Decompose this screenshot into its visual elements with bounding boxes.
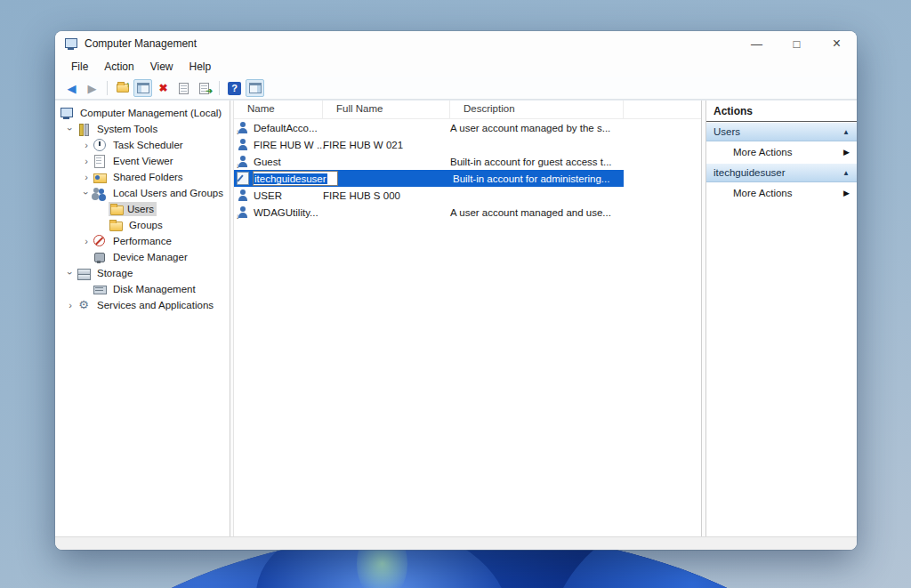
menu-action[interactable]: Action <box>96 58 141 76</box>
actions-pane-title: Actions <box>706 101 857 122</box>
list-header: Name Full Name Description <box>234 101 701 119</box>
computer-management-window: Computer Management — □ × File Action Vi… <box>55 31 857 550</box>
collapse-icon[interactable]: ▲ <box>842 169 850 177</box>
menu-help[interactable]: Help <box>181 58 220 76</box>
export-arrow-icon: ➔ <box>206 86 213 95</box>
properties-icon[interactable] <box>174 79 193 97</box>
tree-selection-highlight: Users <box>109 202 157 216</box>
user-row-guest[interactable]: ↓ Guest Built-in account for guest acces… <box>234 153 701 170</box>
toolbar-separator <box>107 81 108 95</box>
shared-folders-icon <box>93 171 107 183</box>
user-row-wdagutility[interactable]: ↓ WDAGUtility... A user account managed … <box>234 204 701 221</box>
column-header-name[interactable]: Name <box>234 101 323 118</box>
user-account-icon <box>237 139 251 151</box>
close-button[interactable]: × <box>817 31 857 56</box>
console-tree-pane: Computer Management (Local) System Tools… <box>55 101 230 536</box>
show-action-pane-icon[interactable] <box>246 79 264 97</box>
tree-item-performance[interactable]: Performance <box>55 233 230 249</box>
show-console-tree-icon[interactable] <box>133 79 152 97</box>
chevron-right-icon[interactable] <box>80 140 93 150</box>
more-actions-users[interactable]: More Actions ▶ <box>706 141 857 163</box>
export-list-icon[interactable]: ➔ <box>195 79 214 97</box>
toolbar: ◀ ▶ ↑ ✖ ➔ ? <box>55 77 857 100</box>
task-scheduler-icon <box>93 139 107 151</box>
disabled-arrow-icon: ↓ <box>236 213 239 221</box>
event-viewer-icon <box>93 155 107 167</box>
up-arrow-icon: ↑ <box>126 80 131 89</box>
disabled-arrow-icon: ↓ <box>236 163 239 170</box>
groups-folder-icon <box>109 219 123 231</box>
tree-item-users[interactable]: Users <box>55 201 230 217</box>
user-row-fire-hub-w[interactable]: FIRE HUB W ... FIRE HUB W 021 <box>234 136 701 153</box>
collapse-icon[interactable]: ▲ <box>842 128 850 136</box>
submenu-arrow-icon: ▶ <box>843 189 850 197</box>
actions-pane: Actions Users ▲ More Actions ▶ itechguid… <box>705 101 857 536</box>
user-account-icon <box>237 189 251 202</box>
tree-item-system-tools[interactable]: System Tools <box>55 121 230 137</box>
minimize-button[interactable]: — <box>737 31 777 56</box>
tree-item-task-scheduler[interactable]: Task Scheduler <box>55 137 230 153</box>
tree-item-services-and-applications[interactable]: ⚙ Services and Applications <box>55 297 230 313</box>
toolbar-separator <box>219 81 220 95</box>
system-tools-icon <box>77 123 91 135</box>
column-header-description[interactable]: Description <box>450 101 624 118</box>
chevron-right-icon[interactable] <box>64 300 77 310</box>
submenu-arrow-icon: ▶ <box>843 148 850 157</box>
title-bar[interactable]: Computer Management — □ × <box>55 31 857 56</box>
computer-icon <box>60 107 74 119</box>
tree-item-device-manager[interactable]: Device Manager <box>55 249 230 265</box>
tree-item-event-viewer[interactable]: Event Viewer <box>55 153 230 169</box>
chevron-right-icon[interactable] <box>80 156 93 166</box>
maximize-button[interactable]: □ <box>777 31 817 56</box>
tree-item-storage[interactable]: Storage <box>55 265 230 281</box>
rename-selected-text: itechguidesuser <box>254 173 327 184</box>
users-folder-icon <box>109 203 124 215</box>
more-actions-itechguidesuser[interactable]: More Actions ▶ <box>706 182 857 204</box>
tree-item-groups[interactable]: Groups <box>55 217 230 233</box>
app-icon <box>64 37 78 50</box>
chevron-down-icon[interactable] <box>64 268 77 278</box>
services-icon: ⚙ <box>77 299 91 311</box>
device-manager-icon <box>93 251 107 263</box>
status-bar <box>55 536 857 550</box>
disk-management-icon <box>93 283 107 295</box>
actions-section-users[interactable]: Users ▲ <box>706 122 857 141</box>
chevron-down-icon[interactable] <box>64 124 77 134</box>
menu-bar: File Action View Help <box>55 56 857 77</box>
chevron-down-icon[interactable] <box>80 188 93 198</box>
performance-icon <box>93 235 107 247</box>
user-row-itechguidesuser-renaming[interactable]: itechguidesuser Built-in account for adm… <box>234 170 701 187</box>
local-users-groups-icon <box>93 187 107 199</box>
delete-icon[interactable]: ✖ <box>154 79 173 97</box>
help-icon[interactable]: ? <box>225 79 244 97</box>
user-row-user[interactable]: USER FIRE HUB S 000 <box>234 187 701 204</box>
chevron-right-icon[interactable] <box>80 172 93 182</box>
chevron-right-icon[interactable] <box>80 236 93 246</box>
window-controls: — □ × <box>737 31 857 56</box>
tree-item-computer-management[interactable]: Computer Management (Local) <box>55 105 230 121</box>
forward-icon[interactable]: ▶ <box>83 79 101 97</box>
main-area: Computer Management (Local) System Tools… <box>55 100 857 536</box>
tree-item-disk-management[interactable]: Disk Management <box>55 281 230 297</box>
rename-edit-icon <box>236 172 250 184</box>
actions-section-itechguidesuser[interactable]: itechguidesuser ▲ <box>706 163 857 182</box>
disabled-arrow-icon: ↓ <box>236 129 239 136</box>
menu-file[interactable]: File <box>63 58 96 76</box>
user-list-pane: Name Full Name Description ↓ DefaultAcco… <box>233 101 702 536</box>
rename-input[interactable]: itechguidesuser <box>253 171 338 186</box>
up-one-level-icon[interactable]: ↑ <box>113 79 132 97</box>
window-title: Computer Management <box>85 37 197 50</box>
row-description: Built-in account for administering... <box>453 170 609 187</box>
column-header-full-name[interactable]: Full Name <box>323 101 450 118</box>
column-header-filler <box>624 101 701 118</box>
user-row-defaultaccount[interactable]: ↓ DefaultAcco... A user account managed … <box>234 119 701 136</box>
back-icon[interactable]: ◀ <box>62 79 81 97</box>
storage-icon <box>77 267 91 279</box>
tree-item-local-users-and-groups[interactable]: Local Users and Groups <box>55 185 230 201</box>
tree-item-shared-folders[interactable]: Shared Folders <box>55 169 230 185</box>
menu-view[interactable]: View <box>142 58 181 76</box>
